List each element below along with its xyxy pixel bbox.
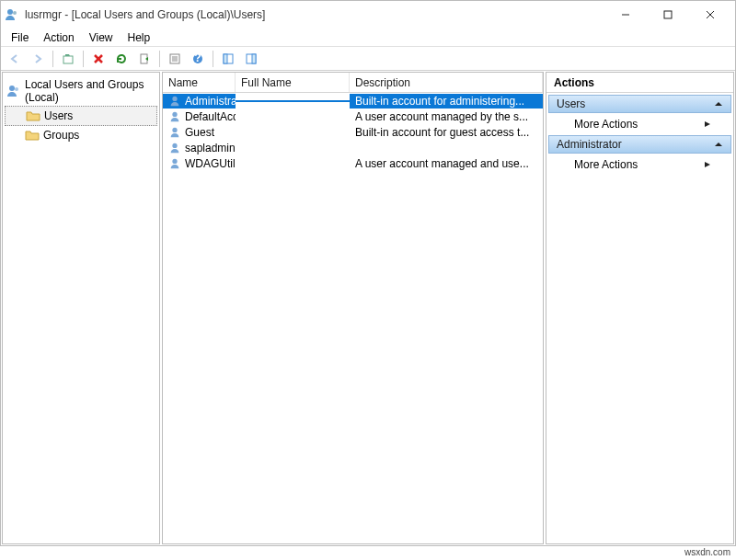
tree-panel: Local Users and Groups (Local) Users Gro…: [2, 72, 160, 544]
forward-button[interactable]: [28, 49, 48, 69]
user-row[interactable]: AdministratorBuilt-in account for admini…: [163, 93, 543, 109]
svg-point-21: [15, 87, 18, 91]
tree-node-users[interactable]: Users: [5, 106, 157, 126]
export-button[interactable]: [134, 49, 155, 69]
cell-description: Built-in account for guest access t...: [350, 125, 543, 140]
app-icon: [5, 7, 19, 22]
tree-body: Local Users and Groups (Local) Users Gro…: [3, 73, 159, 148]
refresh-button[interactable]: [111, 49, 132, 69]
tree-node-label: Groups: [43, 129, 79, 142]
user-icon: [168, 110, 181, 123]
cell-fullname: [236, 147, 350, 149]
tree-root-node[interactable]: Local Users and Groups (Local): [5, 76, 157, 106]
cell-name: sapladmin: [163, 141, 236, 155]
menubar: File Action View Help: [1, 29, 735, 47]
svg-rect-6: [63, 56, 73, 63]
cell-name: DefaultAcco...: [163, 109, 236, 124]
svg-point-23: [172, 111, 177, 116]
list-panel: Name Full Name Description Administrator…: [162, 72, 544, 544]
actions-body: UsersMore ActionsAdministratorMore Actio…: [546, 93, 733, 177]
svg-point-25: [172, 143, 177, 147]
toolbar-separator: [213, 51, 213, 67]
cell-fullname: [236, 100, 350, 102]
action-section[interactable]: Administrator: [548, 135, 731, 154]
close-button[interactable]: [689, 1, 731, 29]
menu-help[interactable]: Help: [121, 29, 157, 46]
svg-rect-19: [252, 54, 256, 63]
cell-fullname: [236, 163, 350, 165]
cell-description: A user account managed and use...: [350, 156, 543, 171]
delete-button[interactable]: [88, 49, 109, 69]
window-controls: [604, 1, 731, 29]
user-icon: [168, 157, 181, 170]
toolbar-separator: [83, 51, 84, 67]
minimize-button[interactable]: [604, 1, 647, 29]
action-section[interactable]: Users: [548, 95, 731, 113]
svg-point-26: [172, 158, 177, 163]
folder-icon: [26, 109, 40, 123]
list-body: AdministratorBuilt-in account for admini…: [163, 93, 543, 543]
user-row[interactable]: WDAGUtility...A user account managed and…: [163, 155, 543, 171]
svg-point-24: [172, 127, 177, 131]
back-button[interactable]: [5, 49, 25, 69]
toolbar: ?: [1, 47, 735, 71]
cell-name: Guest: [163, 125, 236, 140]
cell-description: [350, 147, 543, 149]
cell-fullname: [236, 116, 350, 118]
cell-description: Built-in account for administering...: [350, 94, 543, 109]
folder-icon: [25, 128, 40, 143]
help-button[interactable]: ?: [188, 49, 208, 69]
action-sub-label: More Actions: [574, 158, 638, 171]
menu-view[interactable]: View: [83, 29, 120, 46]
svg-rect-17: [224, 54, 227, 63]
svg-point-22: [172, 96, 177, 100]
svg-rect-3: [664, 11, 672, 18]
actions-title: Actions: [546, 73, 733, 93]
action-more[interactable]: More Actions: [548, 154, 731, 175]
cell-fullname: [236, 131, 350, 133]
toolbar-separator: [159, 51, 160, 67]
user-icon: [168, 126, 181, 139]
column-name[interactable]: Name: [163, 73, 236, 92]
action-sub-label: More Actions: [574, 118, 638, 131]
collapse-icon: [714, 100, 723, 108]
chevron-right-icon: [704, 120, 711, 128]
chevron-right-icon: [704, 161, 711, 168]
user-icon: [168, 95, 181, 108]
svg-text:?: ?: [194, 52, 201, 64]
cell-description: A user account managed by the s...: [350, 109, 543, 124]
action-section-label: Administrator: [557, 138, 622, 151]
svg-point-1: [13, 11, 17, 15]
list-header: Name Full Name Description: [163, 73, 543, 93]
tree-node-label: Users: [44, 109, 73, 122]
menu-action[interactable]: Action: [37, 29, 80, 46]
user-row[interactable]: sapladmin: [163, 140, 543, 155]
tree-root-label: Local Users and Groups (Local): [25, 78, 155, 104]
properties-button[interactable]: [165, 49, 185, 69]
user-icon: [168, 142, 181, 154]
svg-point-0: [7, 9, 13, 15]
cell-name: Administrator: [163, 94, 236, 109]
tree-node-groups[interactable]: Groups: [5, 126, 157, 144]
collapse-icon: [714, 141, 723, 148]
app-window: lusrmgr - [Local Users and Groups (Local…: [0, 0, 736, 546]
up-button[interactable]: [58, 49, 78, 69]
cell-name: WDAGUtility...: [163, 156, 236, 171]
window-title: lusrmgr - [Local Users and Groups (Local…: [25, 8, 604, 21]
action-section-label: Users: [557, 97, 585, 110]
action-more[interactable]: More Actions: [548, 114, 731, 134]
footer-watermark: wsxdn.com: [0, 546, 736, 558]
titlebar: lusrmgr - [Local Users and Groups (Local…: [1, 1, 735, 29]
svg-point-20: [9, 86, 15, 91]
actions-panel: Actions UsersMore ActionsAdministratorMo…: [546, 72, 734, 544]
show-hide-actions-button[interactable]: [241, 49, 261, 69]
user-row[interactable]: DefaultAcco...A user account managed by …: [163, 109, 543, 124]
menu-file[interactable]: File: [5, 29, 35, 46]
column-description[interactable]: Description: [350, 73, 543, 92]
content-area: Local Users and Groups (Local) Users Gro…: [1, 71, 735, 545]
column-fullname[interactable]: Full Name: [236, 73, 350, 92]
maximize-button[interactable]: [647, 1, 689, 29]
user-row[interactable]: GuestBuilt-in account for guest access t…: [163, 124, 543, 140]
show-hide-tree-button[interactable]: [218, 49, 238, 69]
users-group-icon: [6, 84, 21, 98]
